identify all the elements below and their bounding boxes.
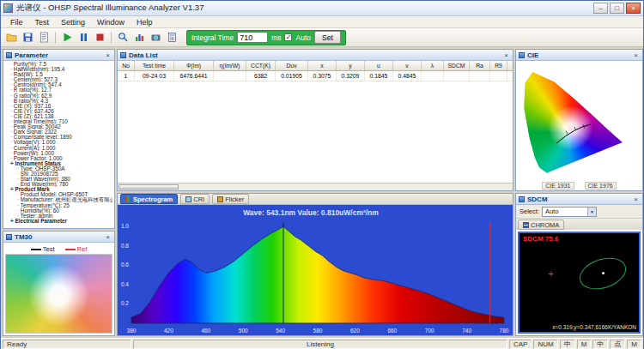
close-icon[interactable]: × <box>632 51 640 59</box>
parameter-panel: Parameter × Purity(%): 7.5HalfWidth(nm):… <box>3 49 115 229</box>
chart-icon[interactable] <box>132 31 146 45</box>
stop-icon[interactable] <box>93 31 106 45</box>
menu-file[interactable]: File <box>4 18 29 27</box>
column-header[interactable]: u <box>365 61 393 70</box>
svg-text:420: 420 <box>164 328 173 334</box>
spectrum-readout: Wave: 543.1nm Value: 0.810uW/cm²/nm <box>243 208 379 217</box>
panel-title: SDCM <box>527 196 548 203</box>
data-list-panel-header[interactable]: Data List × <box>118 50 513 61</box>
svg-text:1.0: 1.0 <box>121 223 129 229</box>
close-button[interactable]: × <box>626 3 641 14</box>
integral-time-input[interactable] <box>237 32 268 43</box>
play-icon[interactable] <box>60 31 74 45</box>
svg-text:780: 780 <box>500 328 509 334</box>
sdcm-panel: SDCM × Select: Auto ▼ CHROMA SDCM 75.6 +… <box>515 193 643 336</box>
column-header[interactable]: SDCM <box>444 61 470 70</box>
table-cell <box>422 71 444 81</box>
close-icon[interactable]: × <box>632 196 640 203</box>
cie-panel: CIE × CIE 1931 CIE 1976 <box>515 49 643 191</box>
table-row[interactable]: 109-24 036476.644163820.019050.30750.320… <box>118 71 513 81</box>
chroma-icon <box>523 222 529 228</box>
maximize-button[interactable]: □ <box>610 3 624 14</box>
sdcm-panel-icon <box>519 196 525 202</box>
tab-cie-1931[interactable]: CIE 1931 <box>542 182 574 190</box>
tm30-chart[interactable]: Test Ref <box>3 243 114 335</box>
menu-test[interactable]: Test <box>29 18 56 27</box>
set-button[interactable]: Set <box>314 31 341 44</box>
table-cell: 0.1845 <box>365 71 393 81</box>
sdcm-select[interactable]: Auto ▼ <box>542 207 597 217</box>
scrollbar-thumb[interactable] <box>118 184 179 190</box>
svg-text:460: 460 <box>201 328 210 334</box>
column-header[interactable]: R9 <box>490 61 507 70</box>
toolbar-separator <box>55 32 56 44</box>
y-axis-labels: 0.20.40.60.81.0 <box>121 223 129 306</box>
auto-checkbox[interactable]: ✓ <box>284 33 292 41</box>
pause-icon[interactable] <box>76 31 90 45</box>
status-indicator: M <box>577 340 592 349</box>
tab-chroma[interactable]: CHROMA <box>518 220 564 230</box>
column-header[interactable]: v <box>393 61 422 70</box>
title-bar[interactable]: 光谱仪 - OHSP Spectral Illuminance Analyzer… <box>1 1 643 16</box>
parameter-panel-icon <box>6 52 12 58</box>
planckian-locus <box>523 64 631 174</box>
tab-cri[interactable]: CRI <box>180 194 210 204</box>
integral-time-label: Integral Time <box>191 33 234 42</box>
calculator-icon[interactable] <box>165 31 179 45</box>
column-header[interactable]: Φ(lm) <box>174 61 214 70</box>
cie-tabs: CIE 1931 CIE 1976 <box>516 182 642 190</box>
report-icon[interactable] <box>37 31 51 45</box>
open-icon[interactable] <box>4 31 18 45</box>
spectrum-chart-area[interactable]: 380420460500540580620660700740780 0.20.4… <box>118 205 513 335</box>
svg-text:0.6: 0.6 <box>121 262 129 268</box>
data-list-panel: Data List × NoTest timeΦ(lm)η(lm/W)CCT(K… <box>117 49 513 191</box>
column-header[interactable]: Ra <box>470 61 490 70</box>
horizontal-scrollbar[interactable] <box>118 183 513 190</box>
tm30-panel-header[interactable]: TM30 × <box>3 232 114 243</box>
menu-setting[interactable]: Setting <box>55 18 91 27</box>
cie-diagram-area[interactable]: CIE 1931 CIE 1976 <box>516 61 642 190</box>
column-header[interactable]: y <box>337 61 365 70</box>
status-ready: Ready <box>3 340 131 349</box>
close-icon[interactable]: × <box>104 51 112 59</box>
status-indicator: 中 <box>560 340 575 349</box>
cie-panel-icon <box>519 52 525 58</box>
sdcm-panel-header[interactable]: SDCM × <box>516 194 642 205</box>
column-header[interactable]: λ <box>422 61 444 70</box>
data-table: NoTest timeΦ(lm)η(lm/W)CCT(K)DuvxyuvλSDC… <box>118 61 513 183</box>
table-cell: 1 <box>118 71 135 81</box>
close-icon[interactable]: × <box>502 51 510 59</box>
column-header[interactable]: No <box>118 61 135 70</box>
close-icon[interactable]: × <box>104 233 112 241</box>
coordinate-readout: x=0.319,y=0.347,6166K/YANKON <box>552 324 636 330</box>
dropdown-arrow-icon: ▼ <box>587 208 596 216</box>
tab-cie-1976[interactable]: CIE 1976 <box>585 182 617 190</box>
parameter-panel-header[interactable]: Parameter × <box>3 50 114 61</box>
svg-text:740: 740 <box>462 328 471 334</box>
status-indicator: 中 <box>592 340 608 349</box>
column-header[interactable]: Duv <box>276 61 308 70</box>
column-header[interactable]: CCT(K) <box>246 61 276 70</box>
zoom-icon[interactable] <box>116 31 130 45</box>
cie-panel-header[interactable]: CIE × <box>516 50 642 61</box>
parameter-group[interactable]: Electrical Parameter <box>5 219 112 224</box>
svg-text:540: 540 <box>276 328 285 334</box>
column-header[interactable]: η(lm/W) <box>214 61 246 70</box>
sdcm-chart[interactable]: SDCM 75.6 + x=0.319,y=0.347,6166K/YANKON <box>518 232 641 334</box>
panel-title: Parameter <box>15 51 48 59</box>
minimize-button[interactable]: – <box>593 3 608 14</box>
table-cell: 6476.6441 <box>174 71 214 81</box>
column-header[interactable]: Test time <box>135 61 174 70</box>
status-indicator: M <box>627 340 641 349</box>
camera-icon[interactable] <box>149 31 162 45</box>
svg-text:500: 500 <box>239 328 248 334</box>
menu-help[interactable]: Help <box>131 18 159 27</box>
svg-text:700: 700 <box>425 328 434 334</box>
column-header[interactable]: x <box>308 61 337 70</box>
spectrum-chart: 380420460500540580620660700740780 0.20.4… <box>118 205 513 335</box>
tab-spectrogram[interactable]: Spectrogram <box>120 194 178 204</box>
menu-window[interactable]: Window <box>91 18 131 27</box>
sdcm-tab-strip: CHROMA <box>516 219 642 230</box>
save-icon[interactable] <box>21 31 34 45</box>
tab-flicker[interactable]: Flicker <box>212 194 249 204</box>
